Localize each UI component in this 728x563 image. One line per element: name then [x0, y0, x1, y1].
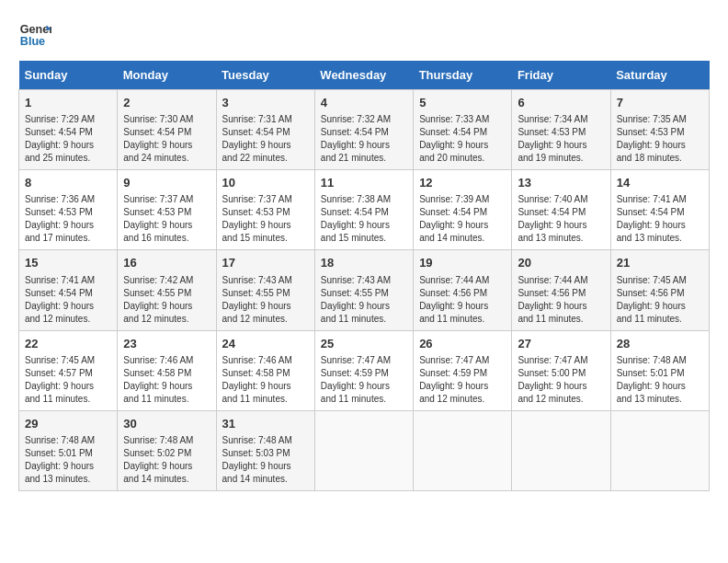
day-info: Sunrise: 7:39 AM Sunset: 4:54 PM Dayligh… — [419, 193, 506, 245]
day-info: Sunrise: 7:47 AM Sunset: 4:59 PM Dayligh… — [321, 354, 407, 406]
day-info: Sunrise: 7:37 AM Sunset: 4:53 PM Dayligh… — [222, 193, 309, 245]
day-number: 14 — [617, 175, 703, 191]
calendar-day-cell: 19Sunrise: 7:44 AM Sunset: 4:56 PM Dayli… — [414, 250, 512, 330]
calendar-week-row: 22Sunrise: 7:45 AM Sunset: 4:57 PM Dayli… — [19, 330, 710, 410]
day-number: 16 — [123, 255, 210, 271]
day-info: Sunrise: 7:44 AM Sunset: 4:56 PM Dayligh… — [419, 274, 506, 326]
day-number: 6 — [518, 95, 604, 111]
calendar-day-cell: 18Sunrise: 7:43 AM Sunset: 4:55 PM Dayli… — [314, 250, 413, 330]
calendar-day-cell: 20Sunrise: 7:44 AM Sunset: 4:56 PM Dayli… — [512, 250, 610, 330]
day-number: 31 — [222, 416, 309, 432]
calendar-day-cell: 26Sunrise: 7:47 AM Sunset: 4:59 PM Dayli… — [414, 330, 512, 410]
day-info: Sunrise: 7:37 AM Sunset: 4:53 PM Dayligh… — [123, 193, 210, 245]
day-info: Sunrise: 7:48 AM Sunset: 5:01 PM Dayligh… — [617, 354, 703, 406]
calendar-day-cell: 21Sunrise: 7:45 AM Sunset: 4:56 PM Dayli… — [610, 250, 709, 330]
day-number: 11 — [321, 175, 407, 191]
day-number: 19 — [419, 255, 506, 271]
day-number: 4 — [321, 95, 407, 111]
day-number: 10 — [222, 175, 309, 191]
day-info: Sunrise: 7:33 AM Sunset: 4:54 PM Dayligh… — [419, 113, 506, 165]
day-number: 1 — [25, 95, 111, 111]
calendar-day-cell: 1Sunrise: 7:29 AM Sunset: 4:54 PM Daylig… — [19, 90, 118, 170]
calendar-day-cell: 14Sunrise: 7:41 AM Sunset: 4:54 PM Dayli… — [610, 170, 709, 250]
day-info: Sunrise: 7:45 AM Sunset: 4:56 PM Dayligh… — [617, 274, 703, 326]
calendar-day-cell: 31Sunrise: 7:48 AM Sunset: 5:03 PM Dayli… — [216, 410, 314, 490]
calendar-day-cell: 27Sunrise: 7:47 AM Sunset: 5:00 PM Dayli… — [512, 330, 610, 410]
day-info: Sunrise: 7:43 AM Sunset: 4:55 PM Dayligh… — [321, 274, 407, 326]
calendar-week-row: 15Sunrise: 7:41 AM Sunset: 4:54 PM Dayli… — [19, 250, 710, 330]
page-header: General Blue — [18, 18, 710, 52]
day-number: 26 — [419, 336, 506, 352]
calendar-week-row: 8Sunrise: 7:36 AM Sunset: 4:53 PM Daylig… — [19, 170, 710, 250]
day-info: Sunrise: 7:45 AM Sunset: 4:57 PM Dayligh… — [25, 354, 111, 406]
calendar-day-cell: 7Sunrise: 7:35 AM Sunset: 4:53 PM Daylig… — [610, 90, 709, 170]
calendar-day-cell: 6Sunrise: 7:34 AM Sunset: 4:53 PM Daylig… — [512, 90, 610, 170]
day-number: 13 — [518, 175, 604, 191]
calendar-header-row: SundayMondayTuesdayWednesdayThursdayFrid… — [19, 61, 710, 90]
empty-cell — [414, 410, 512, 490]
day-info: Sunrise: 7:38 AM Sunset: 4:54 PM Dayligh… — [321, 193, 407, 245]
calendar-day-cell: 24Sunrise: 7:46 AM Sunset: 4:58 PM Dayli… — [216, 330, 314, 410]
calendar-day-cell: 22Sunrise: 7:45 AM Sunset: 4:57 PM Dayli… — [19, 330, 118, 410]
day-info: Sunrise: 7:44 AM Sunset: 4:56 PM Dayligh… — [518, 274, 604, 326]
calendar-day-cell: 25Sunrise: 7:47 AM Sunset: 4:59 PM Dayli… — [314, 330, 413, 410]
day-number: 29 — [25, 416, 111, 432]
day-info: Sunrise: 7:34 AM Sunset: 4:53 PM Dayligh… — [518, 113, 604, 165]
calendar-day-cell: 17Sunrise: 7:43 AM Sunset: 4:55 PM Dayli… — [216, 250, 314, 330]
day-number: 23 — [123, 336, 210, 352]
day-number: 7 — [617, 95, 703, 111]
col-header-saturday: Saturday — [610, 61, 709, 90]
calendar-day-cell: 4Sunrise: 7:32 AM Sunset: 4:54 PM Daylig… — [314, 90, 413, 170]
day-info: Sunrise: 7:47 AM Sunset: 4:59 PM Dayligh… — [419, 354, 506, 406]
day-info: Sunrise: 7:48 AM Sunset: 5:03 PM Dayligh… — [222, 434, 309, 486]
day-number: 24 — [222, 336, 309, 352]
day-number: 21 — [617, 255, 703, 271]
day-info: Sunrise: 7:46 AM Sunset: 4:58 PM Dayligh… — [222, 354, 309, 406]
day-info: Sunrise: 7:36 AM Sunset: 4:53 PM Dayligh… — [25, 193, 111, 245]
day-info: Sunrise: 7:35 AM Sunset: 4:53 PM Dayligh… — [617, 113, 703, 165]
day-number: 27 — [518, 336, 604, 352]
empty-cell — [512, 410, 610, 490]
day-info: Sunrise: 7:32 AM Sunset: 4:54 PM Dayligh… — [321, 113, 407, 165]
day-info: Sunrise: 7:41 AM Sunset: 4:54 PM Dayligh… — [25, 274, 111, 326]
col-header-sunday: Sunday — [19, 61, 118, 90]
calendar-day-cell: 23Sunrise: 7:46 AM Sunset: 4:58 PM Dayli… — [118, 330, 216, 410]
calendar-day-cell: 12Sunrise: 7:39 AM Sunset: 4:54 PM Dayli… — [414, 170, 512, 250]
calendar-day-cell: 28Sunrise: 7:48 AM Sunset: 5:01 PM Dayli… — [610, 330, 709, 410]
day-number: 18 — [321, 255, 407, 271]
day-info: Sunrise: 7:31 AM Sunset: 4:54 PM Dayligh… — [222, 113, 309, 165]
col-header-thursday: Thursday — [414, 61, 512, 90]
col-header-wednesday: Wednesday — [314, 61, 413, 90]
calendar-day-cell: 5Sunrise: 7:33 AM Sunset: 4:54 PM Daylig… — [414, 90, 512, 170]
calendar-week-row: 1Sunrise: 7:29 AM Sunset: 4:54 PM Daylig… — [19, 90, 710, 170]
day-info: Sunrise: 7:43 AM Sunset: 4:55 PM Dayligh… — [222, 274, 309, 326]
calendar-table: SundayMondayTuesdayWednesdayThursdayFrid… — [18, 61, 710, 491]
empty-cell — [314, 410, 413, 490]
calendar-day-cell: 9Sunrise: 7:37 AM Sunset: 4:53 PM Daylig… — [118, 170, 216, 250]
day-info: Sunrise: 7:40 AM Sunset: 4:54 PM Dayligh… — [518, 193, 604, 245]
day-number: 30 — [123, 416, 210, 432]
day-number: 15 — [25, 255, 111, 271]
calendar-day-cell: 2Sunrise: 7:30 AM Sunset: 4:54 PM Daylig… — [118, 90, 216, 170]
day-number: 3 — [222, 95, 309, 111]
day-info: Sunrise: 7:48 AM Sunset: 5:01 PM Dayligh… — [25, 434, 111, 486]
col-header-monday: Monday — [118, 61, 216, 90]
day-info: Sunrise: 7:47 AM Sunset: 5:00 PM Dayligh… — [518, 354, 604, 406]
day-number: 25 — [321, 336, 407, 352]
day-info: Sunrise: 7:46 AM Sunset: 4:58 PM Dayligh… — [123, 354, 210, 406]
svg-text:Blue: Blue — [20, 35, 45, 48]
day-info: Sunrise: 7:30 AM Sunset: 4:54 PM Dayligh… — [123, 113, 210, 165]
calendar-day-cell: 3Sunrise: 7:31 AM Sunset: 4:54 PM Daylig… — [216, 90, 314, 170]
calendar-day-cell: 16Sunrise: 7:42 AM Sunset: 4:55 PM Dayli… — [118, 250, 216, 330]
empty-cell — [610, 410, 709, 490]
col-header-tuesday: Tuesday — [216, 61, 314, 90]
day-info: Sunrise: 7:41 AM Sunset: 4:54 PM Dayligh… — [617, 193, 703, 245]
calendar-day-cell: 30Sunrise: 7:48 AM Sunset: 5:02 PM Dayli… — [118, 410, 216, 490]
calendar-day-cell: 10Sunrise: 7:37 AM Sunset: 4:53 PM Dayli… — [216, 170, 314, 250]
day-number: 28 — [617, 336, 703, 352]
col-header-friday: Friday — [512, 61, 610, 90]
day-info: Sunrise: 7:29 AM Sunset: 4:54 PM Dayligh… — [25, 113, 111, 165]
calendar-day-cell: 29Sunrise: 7:48 AM Sunset: 5:01 PM Dayli… — [19, 410, 118, 490]
day-number: 8 — [25, 175, 111, 191]
day-number: 12 — [419, 175, 506, 191]
